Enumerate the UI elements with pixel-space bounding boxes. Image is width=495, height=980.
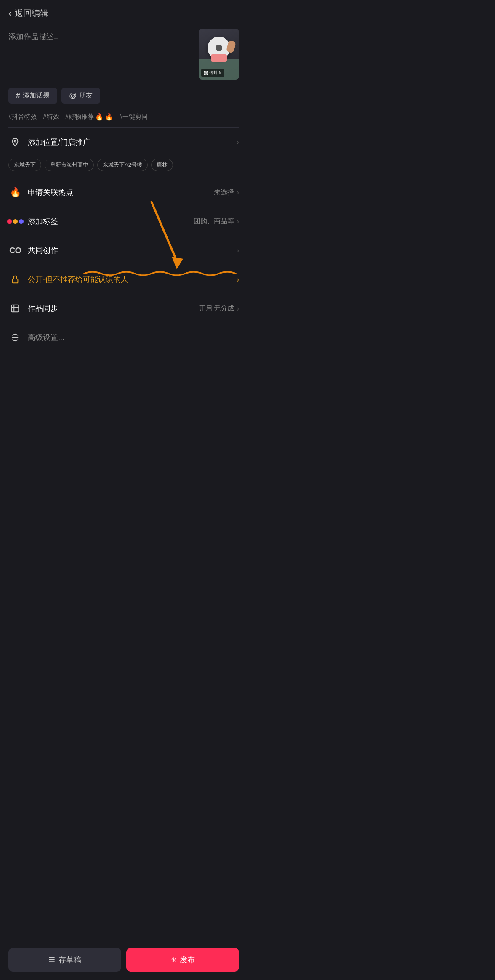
sync-value: 开启·无分成 (199, 304, 234, 313)
more-settings-label: 高级设置... (28, 332, 239, 343)
chip-2[interactable]: 东城天下A2号楼 (97, 159, 148, 171)
more-icon (8, 331, 22, 344)
privacy-label: 公开·但不推荐给可能认识的人 (28, 274, 237, 284)
location-chevron: › (237, 138, 239, 147)
header-title: 返回编辑 (15, 8, 48, 19)
hotspot-chevron: › (237, 188, 239, 197)
tag-dots-icon (8, 215, 22, 228)
sync-label: 作品同步 (28, 303, 199, 313)
fire-emoji-2: 🔥 (105, 113, 113, 121)
sync-icon (8, 302, 22, 315)
collab-label: 共同创作 (28, 245, 237, 255)
menu-sync[interactable]: 作品同步 开启·无分成 › (0, 294, 248, 323)
tag-value: 团购、商品等 (194, 217, 234, 226)
topics-row: #抖音特效 #特效 #好物推荐 🔥 🔥 #一键剪同 (0, 109, 248, 127)
tag-label: 添加标签 (28, 216, 194, 226)
description-area: 添加作品描述.. 🖼 选封面 (0, 23, 248, 84)
topic-douyin-effect[interactable]: #抖音特效 (8, 113, 37, 121)
collab-chevron: › (237, 246, 239, 255)
privacy-chevron: › (237, 275, 239, 284)
menu-hotspot[interactable]: 🔥 申请关联热点 未选择 › (0, 178, 248, 207)
location-chips: 东城天下 阜新市海州高中 东城天下A2号楼 康林 (0, 157, 248, 178)
description-input[interactable]: 添加作品描述.. (8, 29, 194, 43)
lock-icon (8, 273, 22, 286)
chip-0[interactable]: 东城天下 (8, 159, 41, 171)
tag-buttons-row: # 添加话题 @ 朋友 (0, 84, 248, 109)
sync-chevron: › (237, 304, 239, 313)
location-icon (8, 135, 22, 149)
hotspot-icon: 🔥 (8, 186, 22, 199)
chip-3[interactable]: 康林 (151, 159, 173, 171)
menu-collab[interactable]: CO 共同创作 › (0, 236, 248, 265)
back-button[interactable]: ‹ (8, 8, 11, 19)
topic-effect[interactable]: #特效 (43, 113, 59, 121)
add-topic-button[interactable]: # 添加话题 (8, 88, 57, 104)
svg-rect-1 (13, 279, 18, 283)
location-label: 添加位置/门店推广 (28, 137, 237, 147)
tag-chevron: › (237, 217, 239, 226)
svg-point-0 (14, 140, 16, 142)
at-friend-button[interactable]: @ 朋友 (61, 88, 100, 104)
menu-location[interactable]: 添加位置/门店推广 › (0, 128, 248, 157)
fire-emoji-1: 🔥 (95, 113, 104, 121)
hotspot-value: 未选择 (214, 188, 234, 197)
menu-privacy[interactable]: 公开·但不推荐给可能认识的人 › (0, 265, 248, 294)
topic-good-product[interactable]: #好物推荐 🔥 🔥 (65, 113, 113, 121)
menu-more[interactable]: 高级设置... (0, 323, 248, 352)
menu-tag[interactable]: 添加标签 团购、商品等 › (0, 207, 248, 236)
chip-1[interactable]: 阜新市海州高中 (45, 159, 94, 171)
thumbnail[interactable]: 🖼 选封面 (199, 29, 239, 80)
cover-button[interactable]: 🖼 选封面 (201, 69, 224, 77)
co-icon: CO (8, 244, 22, 257)
topic-one-click[interactable]: #一键剪同 (119, 113, 148, 121)
hotspot-label: 申请关联热点 (28, 187, 214, 197)
header: ‹ 返回编辑 (0, 0, 248, 23)
